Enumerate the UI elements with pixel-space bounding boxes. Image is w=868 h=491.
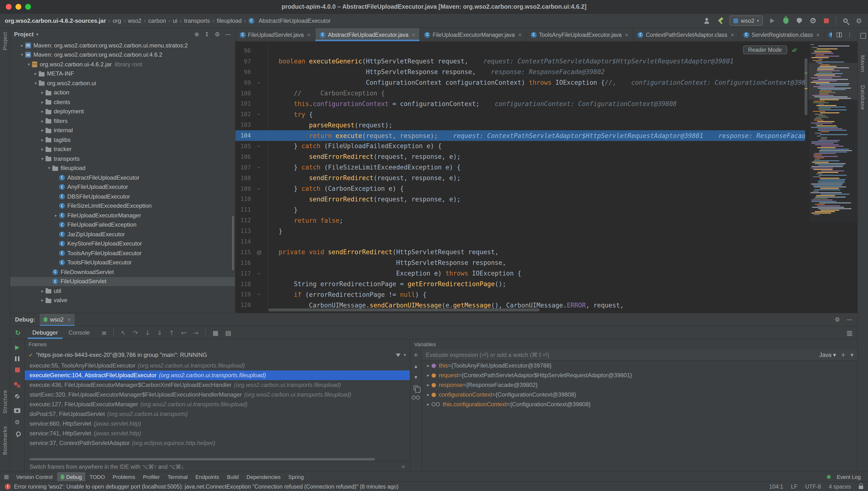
toolwindow-button-debug[interactable]: Debug xyxy=(57,472,85,481)
project-tree-row[interactable]: CAnyFileUploadExecutor xyxy=(10,182,235,192)
project-scrollbar[interactable] xyxy=(232,216,234,270)
frames-scrollbar[interactable] xyxy=(30,458,405,461)
scrollbar-thumb[interactable] xyxy=(805,58,807,115)
drop-frame-icon[interactable]: ↩ xyxy=(181,329,186,336)
navigate-down-icon[interactable]: ▾ xyxy=(414,374,417,380)
code-line[interactable]: 114 xyxy=(235,236,805,247)
toolwindow-switcher-icon[interactable]: ▦ xyxy=(4,473,9,480)
code-line[interactable]: 106 sendErrorRedirect(request, response,… xyxy=(235,151,805,162)
project-tree-row[interactable]: CFileUploadFailedException xyxy=(10,220,235,230)
tree-chevron[interactable]: ▸ xyxy=(39,289,46,293)
step-out-icon[interactable]: ↑ xyxy=(169,329,174,336)
search-everywhere-icon[interactable] xyxy=(841,16,849,25)
breadcrumb-item[interactable]: ui xyxy=(173,17,177,24)
close-icon[interactable]: × xyxy=(816,31,819,38)
code-line[interactable]: 111 } xyxy=(235,205,805,215)
run-to-cursor-icon[interactable]: → xyxy=(193,329,199,336)
show-execution-point-icon[interactable]: ↖ xyxy=(121,329,126,336)
annotation-gutter-icon[interactable]: @ xyxy=(255,249,263,255)
breadcrumb-item[interactable]: org.wso2.carbon.ui-4.6.2-sources.jar xyxy=(5,17,106,24)
tree-chevron[interactable]: ▾ xyxy=(46,166,52,171)
project-tree-row[interactable]: CJarZipUploadExecutor xyxy=(10,230,235,239)
tree-chevron[interactable]: ▾ xyxy=(32,81,39,86)
variable-row[interactable]: ▸request = {ContextPathServletAdaptor$Ht… xyxy=(422,370,857,380)
caret-position[interactable]: 104:1 xyxy=(769,484,783,489)
chevron-right-icon[interactable]: ▸ xyxy=(425,373,432,378)
project-tree-row[interactable]: ▸internal xyxy=(10,126,235,135)
navigate-up-icon[interactable]: ▴ xyxy=(414,363,417,369)
fold-marker[interactable]: › xyxy=(256,290,262,299)
close-icon[interactable]: × xyxy=(402,463,405,470)
editor-tab[interactable]: CContextPathServletAdaptor.class× xyxy=(633,28,739,41)
locate-file-icon[interactable]: ⊕ xyxy=(194,31,199,37)
variable-row[interactable]: ▸this = {ToolsAnyFileUploadExecutor@3978… xyxy=(422,361,857,370)
step-over-icon[interactable]: ↷ xyxy=(133,329,138,336)
chevron-right-icon[interactable]: ▸ xyxy=(425,382,432,387)
variable-row[interactable]: ▸response = {ResponseFacade@39802} xyxy=(422,380,857,390)
code-line[interactable]: 99› ConfigurationContext configurationCo… xyxy=(235,77,805,88)
chevron-down-icon[interactable]: ▾ xyxy=(404,352,406,357)
tree-chevron[interactable]: ▸ xyxy=(39,147,46,152)
chevron-down-icon[interactable]: ▾ xyxy=(850,352,853,357)
rerun-debug-icon[interactable]: ↻ xyxy=(15,329,21,337)
force-step-into-icon[interactable]: ⇓ xyxy=(157,329,162,336)
error-stripe-mark[interactable] xyxy=(805,88,807,89)
editor[interactable]: 9697 boolean executeGeneric(HttpServletR… xyxy=(235,41,857,313)
project-tree-row[interactable]: CFileSizeLimitExceededException xyxy=(10,201,235,211)
view-breakpoints-icon[interactable] xyxy=(14,382,20,388)
project-tree-row[interactable]: ▾org.wso2.carbon.ui-4.6.2.jarlibrary roo… xyxy=(10,60,235,69)
editor-tab[interactable]: CToolsAnyFileUploadExecutor.java× xyxy=(526,28,633,41)
run-configuration-select[interactable]: wso2 ▾ xyxy=(730,16,763,26)
code-line[interactable]: 113 } xyxy=(235,226,805,236)
frame-row[interactable]: doPost:57, FileUploadServlet(org.wso2.ca… xyxy=(25,409,410,419)
editor-tab[interactable]: CServletRegistration.class× xyxy=(739,28,824,41)
close-icon[interactable]: × xyxy=(625,31,629,38)
close-icon[interactable]: × xyxy=(518,31,521,38)
frame-row[interactable]: service:660, HttpServlet(javax.servlet.h… xyxy=(25,419,410,429)
copy-icon[interactable] xyxy=(414,385,418,390)
frame-row[interactable]: service:741, HttpServlet(javax.servlet.h… xyxy=(25,429,410,438)
frame-row[interactable]: service:37, ContextPathServletAdaptor(or… xyxy=(25,438,410,448)
variable-row[interactable]: ▸this.configurationContext = {Configurat… xyxy=(422,400,857,409)
fold-marker[interactable]: › xyxy=(256,78,262,87)
project-panel-title[interactable]: Project xyxy=(14,31,34,38)
project-tree-row[interactable]: CKeyStoreFileUploadExecutor xyxy=(10,239,235,249)
editor-tab[interactable]: CFileUploadExecutorManager.java× xyxy=(420,28,526,41)
toolwindow-button-profiler[interactable]: Profiler xyxy=(140,472,163,481)
fold-marker[interactable]: › xyxy=(256,142,262,151)
toolwindow-button-structure[interactable]: Structure xyxy=(2,390,8,414)
thread-dump-icon[interactable] xyxy=(14,408,20,413)
project-tree-row[interactable]: CToolsFileUploadExecutor xyxy=(10,258,235,267)
code-area[interactable]: 9697 boolean executeGeneric(HttpServletR… xyxy=(235,46,805,311)
fold-marker[interactable]: › xyxy=(256,184,262,193)
tree-chevron[interactable]: ▸ xyxy=(39,90,46,95)
project-tree-row[interactable]: ▸action xyxy=(10,88,235,97)
tree-chevron[interactable]: ▸ xyxy=(32,71,39,76)
chevron-right-icon[interactable]: ▸ xyxy=(425,392,432,397)
project-tree-row[interactable]: CToolsAnyFileUploadExecutor xyxy=(10,249,235,258)
toolwindow-button-endpoints[interactable]: Endpoints xyxy=(192,472,223,481)
code-line[interactable]: 117› Exception e) throws IOException { xyxy=(235,268,805,279)
notifications-icon[interactable] xyxy=(860,33,866,39)
stop-icon[interactable] xyxy=(15,368,20,372)
settings-gear-icon[interactable]: ⚙ xyxy=(855,16,863,25)
breadcrumb-item[interactable]: CAbstractFileUploadExecutor xyxy=(249,17,330,24)
readonly-lock-icon[interactable] xyxy=(859,486,863,489)
tree-chevron[interactable]: ▾ xyxy=(19,53,25,57)
chevron-right-icon[interactable]: ▸ xyxy=(425,363,432,368)
project-tree-row[interactable]: ▾org.wso2.carbon.ui xyxy=(10,79,235,88)
run-button[interactable] xyxy=(768,16,777,25)
code-line[interactable]: 96 xyxy=(235,46,805,56)
reader-mode-button[interactable]: Reader Mode xyxy=(743,46,787,54)
frame-row[interactable]: execute:127, FileUploadExecutorManager(o… xyxy=(25,400,410,409)
more-options-icon[interactable]: ⋮ xyxy=(847,32,852,37)
frame-row[interactable]: startExec:320, FileUploadExecutorManager… xyxy=(25,390,410,400)
tree-chevron[interactable]: ▸ xyxy=(39,128,46,133)
project-tree-row[interactable]: ▸CFileUploadExecutorManager xyxy=(10,211,235,220)
tree-chevron[interactable]: ▸ xyxy=(39,138,46,142)
project-tree-row[interactable]: ▾transports xyxy=(10,154,235,164)
inspections-ok-icon[interactable]: ✓✓ xyxy=(791,46,798,54)
debug-session-tab[interactable]: wso2 × xyxy=(40,314,75,326)
project-tree-row[interactable]: CDBSFileUploadExecutor xyxy=(10,192,235,201)
minimap[interactable] xyxy=(808,41,857,222)
